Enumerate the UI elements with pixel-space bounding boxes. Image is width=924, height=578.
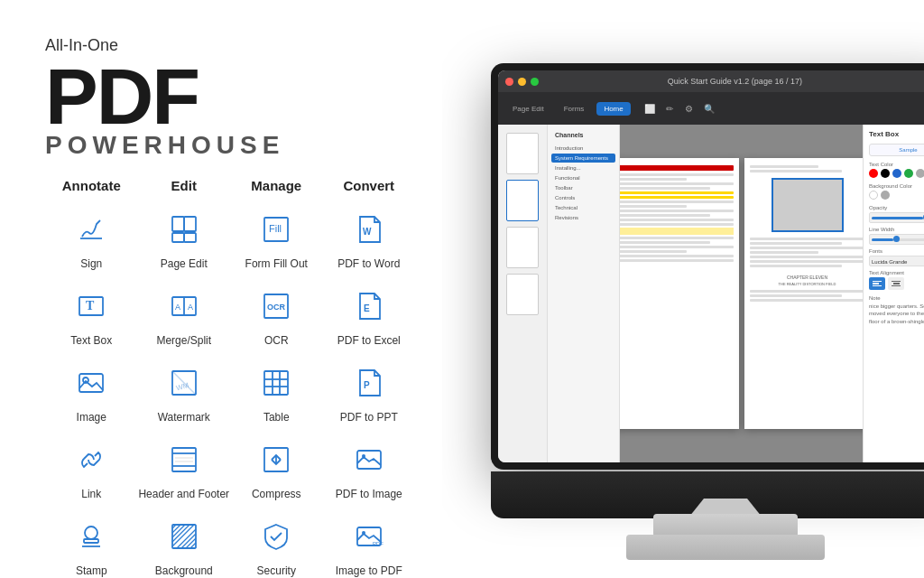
feature-security[interactable]: Security bbox=[253, 513, 300, 577]
compress-icon bbox=[253, 436, 300, 483]
features-grid: Annotate Sign bbox=[45, 178, 415, 578]
pdf-excel-icon: E bbox=[346, 283, 393, 330]
minimize-button[interactable] bbox=[518, 78, 526, 86]
feature-link[interactable]: Link bbox=[68, 436, 115, 500]
color-green[interactable] bbox=[904, 169, 913, 178]
svg-rect-6 bbox=[84, 539, 98, 543]
close-button[interactable] bbox=[505, 78, 513, 86]
sign-icon bbox=[68, 206, 115, 253]
column-edit: Edit Page Edit bbox=[138, 178, 231, 578]
title-powerhouse: POWERHOUSE bbox=[45, 131, 415, 160]
page-list-item-1[interactable]: Introduction bbox=[551, 144, 615, 153]
form-icon: Fill bbox=[253, 206, 300, 253]
feature-merge-split[interactable]: A A Merge/Split bbox=[156, 283, 211, 347]
page-list-item-7[interactable]: Technical bbox=[551, 203, 615, 212]
feature-image[interactable]: Image bbox=[68, 359, 115, 424]
feature-ocr[interactable]: OCR OCR bbox=[253, 283, 300, 347]
mac-titlebar: Quick Start Guide v1.2 (page 16 / 17) ⊞ … bbox=[498, 70, 924, 92]
props-title: Text Box bbox=[869, 130, 924, 138]
bg-color-white[interactable] bbox=[869, 191, 878, 200]
header-footer-icon bbox=[161, 436, 208, 483]
page-list-item-5[interactable]: Toolbar bbox=[551, 183, 615, 192]
toolbar-icon-4[interactable]: 🔍 bbox=[701, 100, 717, 117]
align-left-button[interactable] bbox=[869, 277, 885, 290]
feature-compress[interactable]: Compress bbox=[252, 436, 301, 500]
link-icon bbox=[68, 436, 115, 483]
feature-image-pdf[interactable]: PDF Image to PDF bbox=[336, 513, 402, 577]
page-list-item-6[interactable]: Controls bbox=[551, 193, 615, 202]
background-icon bbox=[161, 513, 208, 560]
color-red[interactable] bbox=[869, 169, 878, 178]
security-icon bbox=[253, 513, 300, 560]
toolbar-icon-1[interactable]: ⬜ bbox=[642, 100, 658, 117]
pdf-word-label: PDF to Word bbox=[337, 257, 400, 270]
tab-forms[interactable]: Forms bbox=[557, 102, 592, 116]
svg-rect-8 bbox=[172, 217, 184, 231]
feature-header-footer[interactable]: Header and Footer bbox=[138, 436, 229, 500]
convert-header: Convert bbox=[323, 178, 416, 193]
tab-page-edit[interactable]: Page Edit bbox=[505, 102, 551, 116]
ocr-label: OCR bbox=[264, 334, 289, 347]
tab-home[interactable]: Home bbox=[596, 102, 630, 116]
align-center-button[interactable] bbox=[888, 277, 904, 290]
column-manage: Manage Fill Form Fill Out bbox=[230, 178, 323, 578]
doc-image bbox=[772, 178, 844, 232]
pdf-word-icon: W bbox=[346, 206, 393, 253]
feature-stamp[interactable]: Stamp bbox=[68, 513, 115, 577]
color-blue[interactable] bbox=[892, 169, 901, 178]
page-list-item-2[interactable]: System Requirements bbox=[551, 154, 615, 163]
maximize-button[interactable] bbox=[531, 78, 539, 86]
security-label: Security bbox=[257, 564, 296, 577]
feature-pdf-image[interactable]: PDF to Image bbox=[336, 436, 402, 500]
toolbar-icons: ⬜ ✏ ⚙ 🔍 bbox=[642, 100, 717, 117]
color-black[interactable] bbox=[881, 169, 890, 178]
edit-header: Edit bbox=[138, 178, 231, 193]
feature-watermark[interactable]: WM Watermark bbox=[158, 359, 210, 424]
color-gray[interactable] bbox=[916, 169, 924, 178]
svg-text:W: W bbox=[363, 227, 372, 237]
sidebar-thumb-3[interactable] bbox=[506, 227, 539, 268]
text-color-label: Text Color bbox=[869, 162, 924, 167]
feature-background[interactable]: Background bbox=[155, 513, 213, 577]
toolbar-icon-3[interactable]: ⚙ bbox=[681, 100, 698, 117]
toolbar-icon-2[interactable]: ✏ bbox=[661, 100, 678, 117]
document-area: CHAPTER ELEVEN THE REALITY DISTORTION FI… bbox=[620, 125, 863, 462]
feature-pdf-ppt[interactable]: P PDF to PPT bbox=[340, 359, 398, 424]
svg-rect-38 bbox=[264, 371, 288, 395]
line-width-label: Line Width bbox=[869, 227, 924, 232]
svg-rect-10 bbox=[172, 233, 184, 242]
feature-table[interactable]: Table bbox=[253, 359, 300, 424]
opacity-slider[interactable] bbox=[869, 212, 924, 223]
page-edit-label: Page Edit bbox=[161, 257, 208, 270]
feature-pdf-excel[interactable]: E PDF to Excel bbox=[337, 283, 401, 347]
text-align-label: Text Alignment bbox=[869, 270, 924, 275]
feature-form-fill[interactable]: Fill Form Fill Out bbox=[245, 206, 308, 270]
page-list-item-3[interactable]: Installing... bbox=[551, 163, 615, 172]
doc-page-left bbox=[620, 158, 739, 429]
svg-line-26 bbox=[172, 525, 180, 533]
right-panel: Quick Start Guide v1.2 (page 16 / 17) ⊞ … bbox=[442, 0, 924, 578]
feature-page-edit[interactable]: Page Edit bbox=[161, 206, 208, 270]
sidebar-thumb-1[interactable] bbox=[506, 133, 539, 174]
merge-split-label: Merge/Split bbox=[156, 334, 211, 347]
title-pdf: PDF bbox=[45, 57, 415, 136]
table-label: Table bbox=[263, 411, 290, 424]
font-select[interactable]: Lucida Grande bbox=[869, 256, 924, 266]
page-list-item-4[interactable]: Functional bbox=[551, 173, 615, 182]
link-label: Link bbox=[81, 488, 101, 500]
page-list-item-8[interactable]: Revisions bbox=[551, 213, 615, 222]
pdf-ppt-label: PDF to PPT bbox=[340, 411, 398, 424]
bg-color-gray[interactable] bbox=[881, 191, 890, 200]
page-list-header: Channels bbox=[551, 130, 615, 140]
line-width-slider[interactable] bbox=[869, 234, 924, 245]
feature-sign[interactable]: Sign bbox=[68, 206, 115, 270]
feature-textbox[interactable]: T Text Box bbox=[68, 283, 115, 347]
annotate-header: Annotate bbox=[45, 178, 138, 193]
sidebar-thumb-4[interactable] bbox=[506, 274, 539, 315]
sidebar-thumb-2[interactable] bbox=[506, 180, 539, 221]
svg-point-51 bbox=[362, 531, 365, 535]
svg-text:PDF: PDF bbox=[373, 541, 383, 546]
page-edit-icon bbox=[161, 206, 208, 253]
feature-pdf-word[interactable]: W PDF to Word bbox=[337, 206, 400, 270]
background-label: Background bbox=[155, 564, 213, 577]
